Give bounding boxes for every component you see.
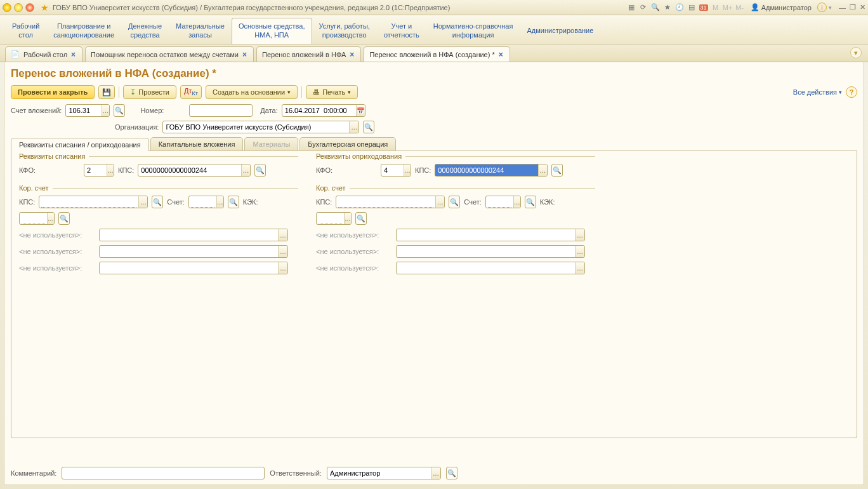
calendar-icon[interactable]: 31	[699, 4, 708, 11]
open-lookup-button[interactable]: 🔍	[446, 467, 457, 479]
subtab-materials[interactable]: Материалы	[244, 137, 298, 151]
org-field[interactable]: …	[162, 121, 359, 133]
kek-input[interactable]	[319, 213, 342, 224]
section-planning[interactable]: Планирование и санкционирование	[46, 18, 121, 44]
tab-assistant[interactable]: Помощник переноса остатков между счетами…	[85, 46, 254, 62]
kps-input[interactable]	[138, 164, 240, 176]
kek-field[interactable]: …	[19, 212, 55, 225]
open-lookup-button[interactable]: 🔍	[551, 164, 563, 177]
choose-icon[interactable]: …	[344, 213, 351, 224]
tool-icon[interactable]: 🔍	[650, 3, 661, 13]
choose-icon[interactable]: …	[538, 164, 548, 176]
choose-icon[interactable]: …	[278, 229, 287, 241]
unused-field[interactable]: …	[99, 262, 288, 274]
resp-field[interactable]: …	[327, 467, 441, 479]
post-button[interactable]: ↧Провести	[123, 85, 176, 99]
open-lookup-button[interactable]: 🔍	[254, 164, 266, 177]
current-user[interactable]: 👤 Администратор	[751, 3, 812, 11]
kps-field[interactable]: …	[138, 164, 251, 177]
unused-field[interactable]: …	[396, 245, 585, 258]
window-button-icon[interactable]	[25, 3, 34, 12]
choose-icon[interactable]: …	[575, 262, 584, 274]
kfo-input[interactable]	[84, 164, 107, 176]
open-lookup-button[interactable]: 🔍	[58, 212, 70, 225]
all-actions-link[interactable]: Все действия▾	[793, 88, 842, 96]
choose-icon[interactable]: …	[575, 246, 584, 257]
history-icon[interactable]: 🕘	[674, 3, 685, 13]
choose-icon[interactable]: …	[102, 105, 110, 116]
section-money[interactable]: Денежные средства	[121, 18, 169, 44]
info-icon[interactable]: i	[817, 3, 827, 12]
subtab-capital[interactable]: Капитальные вложения	[150, 137, 244, 151]
org-input[interactable]	[163, 121, 349, 133]
kps2-input[interactable]	[338, 196, 433, 208]
schet-input[interactable]	[488, 196, 511, 208]
kps2-field[interactable]: …	[39, 196, 148, 208]
unused-field[interactable]: …	[396, 262, 585, 274]
schet-field[interactable]: …	[485, 196, 521, 208]
m-plus-button[interactable]: M+	[723, 3, 733, 13]
calendar-icon[interactable]: 📅	[356, 105, 365, 116]
choose-icon[interactable]: …	[107, 164, 114, 176]
choose-icon[interactable]: …	[278, 246, 287, 257]
tab-desktop[interactable]: 📄 Рабочий стол ×	[5, 46, 82, 62]
section-fixed-assets[interactable]: Основные средства, НМА, НПА	[232, 18, 312, 44]
dropdown-icon[interactable]: ▾	[829, 4, 832, 11]
post-and-close-button[interactable]: Провести и закрыть	[11, 85, 95, 99]
close-tab-icon[interactable]: ×	[350, 50, 354, 59]
choose-icon[interactable]: …	[431, 467, 440, 479]
unused-input[interactable]	[100, 246, 278, 257]
subtab-operation[interactable]: Бухгалтерская операция	[299, 137, 396, 151]
collapse-icon[interactable]: ▾	[850, 47, 862, 58]
choose-icon[interactable]: …	[435, 196, 444, 208]
unused-field[interactable]: …	[99, 229, 288, 241]
resp-input[interactable]	[327, 467, 431, 479]
save-button[interactable]: 💾	[98, 85, 115, 99]
m-minus-button[interactable]: M-	[735, 3, 745, 13]
m-button[interactable]: M	[711, 3, 721, 13]
acct-invest-field[interactable]: …	[65, 104, 110, 117]
date-field[interactable]: 📅	[282, 104, 365, 117]
comment-input[interactable]	[62, 467, 264, 479]
kek-input[interactable]	[22, 213, 45, 224]
tool-icon[interactable]: ⟳	[638, 3, 648, 13]
choose-icon[interactable]: …	[349, 121, 358, 133]
choose-icon[interactable]: …	[47, 213, 54, 224]
unused-input[interactable]	[100, 262, 278, 274]
close-icon[interactable]: ✕	[860, 3, 865, 11]
open-lookup-button[interactable]: 🔍	[449, 196, 460, 208]
choose-icon[interactable]: …	[575, 229, 584, 241]
unused-input[interactable]	[397, 262, 575, 274]
acct-invest-input[interactable]	[66, 105, 101, 116]
choose-icon[interactable]: …	[241, 164, 251, 176]
open-lookup-button[interactable]: 🔍	[114, 104, 125, 117]
kfo-field[interactable]: …	[381, 164, 411, 177]
kps-input[interactable]	[435, 164, 537, 176]
tool-icon[interactable]: ▦	[626, 3, 636, 13]
maximize-icon[interactable]: ❐	[850, 3, 856, 11]
date-input[interactable]	[282, 105, 356, 116]
kek-field[interactable]: …	[316, 212, 352, 225]
open-lookup-button[interactable]: 🔍	[355, 212, 367, 225]
create-based-button[interactable]: Создать на основании▾	[206, 85, 298, 99]
print-button[interactable]: 🖶Печать▾	[306, 85, 358, 99]
unused-input[interactable]	[100, 229, 278, 241]
kps2-input[interactable]	[41, 196, 136, 208]
window-button-icon[interactable]	[14, 3, 23, 12]
section-services[interactable]: Услуги, работы, производство	[312, 18, 377, 44]
kps2-field[interactable]: …	[336, 196, 445, 208]
section-admin[interactable]: Администрирование	[520, 18, 600, 44]
section-desktop[interactable]: Рабочий стол	[5, 18, 46, 44]
favorite-icon[interactable]: ★	[662, 3, 673, 13]
choose-icon[interactable]: …	[216, 196, 223, 208]
close-tab-icon[interactable]: ×	[499, 50, 503, 59]
subtab-writeoff[interactable]: Реквизиты списания / оприходования	[11, 138, 149, 151]
unused-input[interactable]	[397, 229, 575, 241]
tab-transfer-list[interactable]: Перенос вложений в НФА ×	[256, 46, 361, 62]
section-reference[interactable]: Нормативно-справочная информация	[426, 18, 520, 44]
tab-transfer-new[interactable]: Перенос вложений в НФА (создание) * ×	[364, 46, 510, 62]
open-lookup-button[interactable]: 🔍	[152, 196, 163, 208]
unused-field[interactable]: …	[396, 229, 585, 241]
open-lookup-button[interactable]: 🔍	[228, 196, 239, 208]
choose-icon[interactable]: …	[513, 196, 520, 208]
